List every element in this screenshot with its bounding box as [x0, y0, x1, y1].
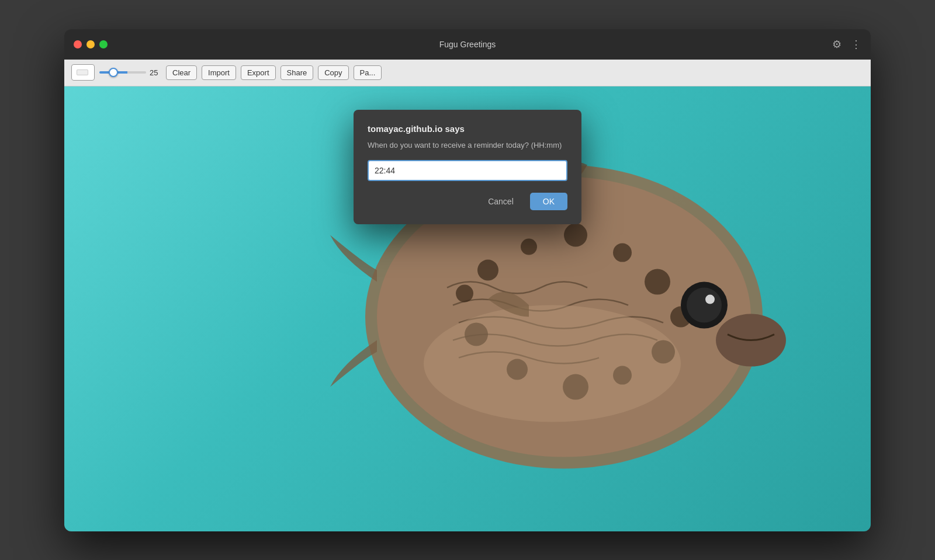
pen-tool-icon[interactable] [71, 64, 95, 81]
main-content: tomayac.github.io says When do you want … [64, 86, 871, 531]
export-button[interactable]: Export [241, 65, 276, 80]
alert-dialog: tomayac.github.io says When do you want … [354, 110, 581, 225]
paste-button[interactable]: Pa... [354, 65, 382, 80]
titlebar: Fugu Greetings ⚙ ⋮ [64, 29, 871, 60]
app-window: Fugu Greetings ⚙ ⋮ 25 Clear Import Expor… [64, 29, 871, 531]
slider-value: 25 [150, 68, 161, 77]
share-button[interactable]: Share [280, 65, 314, 80]
svg-rect-1 [77, 70, 88, 75]
maximize-button[interactable] [99, 40, 108, 48]
more-options-icon[interactable]: ⋮ [851, 38, 861, 51]
brush-size-slider-container: 25 [99, 68, 161, 77]
titlebar-icons: ⚙ ⋮ [832, 38, 861, 51]
dialog-title: tomayac.github.io says [368, 124, 567, 134]
copy-button[interactable]: Copy [318, 65, 348, 80]
dialog-buttons: Cancel OK [368, 193, 567, 210]
minimize-button[interactable] [86, 40, 95, 48]
dialog-overlay: tomayac.github.io says When do you want … [64, 86, 871, 531]
cancel-button[interactable]: Cancel [477, 193, 524, 210]
traffic-lights [74, 40, 108, 48]
dialog-message: When do you want to receive a reminder t… [368, 140, 567, 151]
puzzle-icon[interactable]: ⚙ [832, 38, 842, 51]
window-title: Fugu Greetings [439, 40, 496, 49]
brush-size-slider[interactable] [99, 71, 146, 74]
close-button[interactable] [74, 40, 82, 48]
ok-button[interactable]: OK [530, 193, 567, 210]
clear-button[interactable]: Clear [166, 65, 197, 80]
import-button[interactable]: Import [202, 65, 236, 80]
reminder-time-input[interactable] [368, 160, 567, 181]
toolbar: 25 Clear Import Export Share Copy Pa... [64, 60, 871, 86]
